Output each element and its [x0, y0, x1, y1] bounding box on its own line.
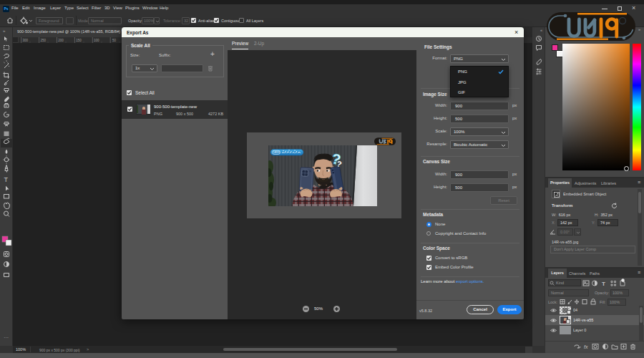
svg-text:«: « [540, 28, 542, 32]
svg-text:200: 200 [58, 39, 64, 42]
svg-text:»: » [3, 29, 6, 33]
svg-text:T: T [4, 176, 9, 183]
svg-text:fx: fx [584, 344, 588, 349]
svg-text:U819: U819 [273, 151, 280, 154]
svg-text:150: 150 [76, 39, 82, 42]
svg-text:300: 300 [23, 39, 29, 42]
svg-text:T: T [602, 281, 605, 286]
svg-text:100: 100 [94, 39, 99, 42]
svg-text:250: 250 [40, 39, 46, 42]
svg-text:⋯: ⋯ [4, 335, 9, 340]
svg-text:50: 50 [112, 39, 117, 42]
